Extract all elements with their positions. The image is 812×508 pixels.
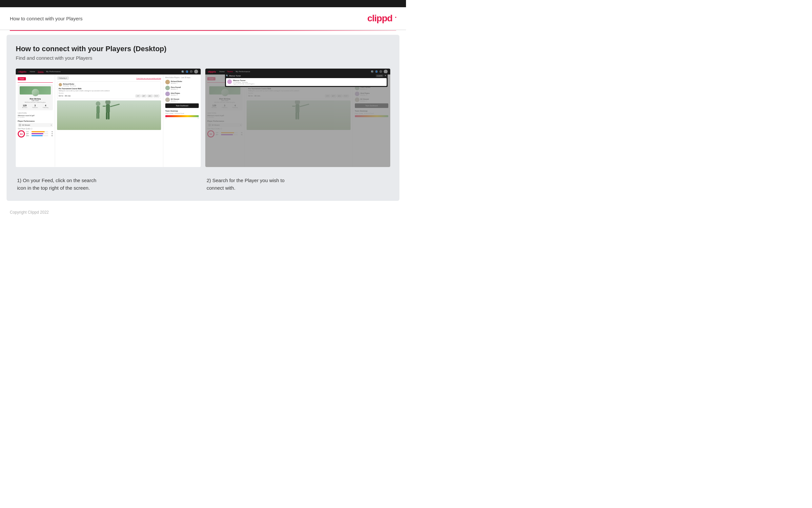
header-divider — [10, 30, 396, 31]
latest-activity: Latest Activity Afternoon round of golf … — [18, 112, 53, 118]
search-icon-mini[interactable]: 🔍 — [181, 70, 184, 73]
avatar-icon-mini — [194, 70, 198, 74]
svg-rect-2 — [103, 106, 106, 107]
mini-left-panel: Feed Blair McHarg — [16, 75, 55, 167]
search-result[interactable]: Marcus Turner 1.5 Handicap · Yesterday C… — [226, 78, 387, 86]
search-bar: 🔍 Marcus Turner CLEAR ✕ — [226, 74, 387, 77]
close-icon[interactable]: ✕ — [384, 74, 387, 77]
svg-rect-1 — [106, 104, 110, 113]
top-bar — [0, 0, 406, 7]
mini-logo-2: clippd● — [208, 71, 216, 73]
main-heading: How to connect with your Players (Deskto… — [16, 45, 390, 53]
person-icon-mini-2: 👤 — [375, 70, 378, 73]
mini-nav-items: Home Teams My Performance — [30, 71, 61, 73]
main-subheading: Find and connect with your Players — [16, 55, 390, 61]
result-avatar — [227, 79, 232, 84]
mini-nav-teams: Teams — [38, 71, 44, 73]
screenshots-row: clippd● Home Teams My Performance 🔍 👤 ⚙ — [16, 69, 390, 167]
footer: Copyright Clippd 2022 — [0, 205, 406, 220]
score-circle: 84 — [18, 130, 25, 137]
screenshot-1: clippd● Home Teams My Performance 🔍 👤 ⚙ — [16, 69, 201, 167]
golfer-svg — [88, 100, 128, 130]
svg-rect-5 — [108, 112, 109, 120]
activity-card: Richard Butler Yesterday · The Grove Pre… — [57, 81, 161, 99]
search-overlay: 🔍 Marcus Turner CLEAR ✕ Marcus Turner 1.… — [225, 73, 388, 87]
mini-app-1: clippd● Home Teams My Performance 🔍 👤 ⚙ — [16, 69, 201, 167]
player-select[interactable]: Eli Vincent ▾ — [18, 123, 53, 127]
profile-stats: 129Activities 3Followers 4Following — [20, 104, 51, 108]
captions-row: 1) On your Feed, click on the searchicon… — [16, 172, 390, 192]
caption-2-container: 2) Search for the Player you wish toconn… — [205, 172, 390, 192]
mini-nav-performance: My Performance — [46, 71, 61, 73]
mini-logo-1: clippd● — [18, 71, 27, 73]
search-icon-mini-2[interactable]: 🔍 — [371, 70, 374, 73]
mini-app-2: clippd● Home Teams My Performance 🔍 👤 ⚙ — [205, 69, 390, 167]
team-heatmap: Team Heatmap Player Quality · 20 Round T… — [165, 110, 199, 119]
player-item-1: Richard Butler Activities: 7 — [165, 80, 199, 84]
team-dashboard-btn[interactable]: Team Dashboard — [165, 103, 199, 108]
clear-button[interactable]: CLEAR — [376, 75, 383, 77]
overlay — [205, 75, 390, 167]
profile-club: Mill Ride Golf Club, United Kingdom — [20, 101, 51, 103]
caption-1-container: 1) On your Feed, click on the searchicon… — [16, 172, 201, 192]
search-input-text[interactable]: Marcus Turner — [229, 75, 375, 77]
settings-icon-mini-2: ⚙ — [379, 70, 382, 73]
caption-1: 1) On your Feed, click on the searchicon… — [17, 177, 199, 192]
header-title: How to connect with your Players — [10, 16, 83, 21]
golfer-image — [57, 100, 161, 130]
mini-right-panel: Most Active Players - Last 30 days Richa… — [163, 75, 201, 167]
svg-point-6 — [96, 101, 100, 106]
player-item-3: Hiral Pujara Activities: 3 — [165, 92, 199, 96]
mini-nav-items-2: Home Teams My Performance — [220, 71, 250, 73]
caption-2: 2) Search for the Player you wish toconn… — [206, 177, 389, 192]
control-link[interactable]: Control who can see your activity and da… — [136, 78, 161, 79]
feed-tab[interactable]: Feed — [18, 77, 26, 80]
mini-center-panel: Following ▾ Control who can see your act… — [55, 75, 163, 167]
main-content: How to connect with your Players (Deskto… — [7, 35, 399, 201]
screenshot-2: clippd● Home Teams My Performance 🔍 👤 ⚙ — [205, 69, 390, 167]
header: How to connect with your Players clippd … — [0, 7, 406, 30]
result-club: Cypress Point Club, United Kingdom — [233, 83, 254, 85]
player-item-2: Piers Parnell Activities: 4 — [165, 86, 199, 90]
svg-rect-8 — [96, 113, 98, 119]
profile-card: Blair McHarg Golf Coach Mill Ride Golf C… — [18, 84, 53, 110]
settings-icon-mini: ⚙ — [190, 70, 192, 73]
svg-rect-4 — [106, 112, 107, 120]
logo: clippd ● — [367, 13, 396, 24]
following-row: Following ▾ Control who can see your act… — [57, 77, 161, 80]
copyright: Copyright Clippd 2022 — [10, 210, 49, 215]
person-icon-mini: 👤 — [186, 70, 188, 73]
mini-nav-icons: 🔍 👤 ⚙ — [181, 70, 198, 74]
svg-rect-9 — [98, 113, 99, 119]
svg-rect-7 — [96, 106, 100, 113]
mini-body-1: Feed Blair McHarg — [16, 75, 201, 167]
following-dropdown[interactable]: Following ▾ — [57, 77, 69, 80]
mini-nav-home: Home — [30, 71, 35, 73]
player-performance-left: Player Performance Eli Vincent ▾ Total P… — [18, 120, 53, 137]
user-avatar — [59, 83, 62, 86]
svg-point-0 — [105, 100, 110, 105]
svg-rect-3 — [110, 104, 120, 107]
player-item-4: Eli Vincent Activities: 1 — [165, 97, 199, 102]
search-icon-overlay: 🔍 — [226, 75, 228, 77]
mini-nav-1: clippd● Home Teams My Performance 🔍 👤 ⚙ — [16, 69, 201, 75]
